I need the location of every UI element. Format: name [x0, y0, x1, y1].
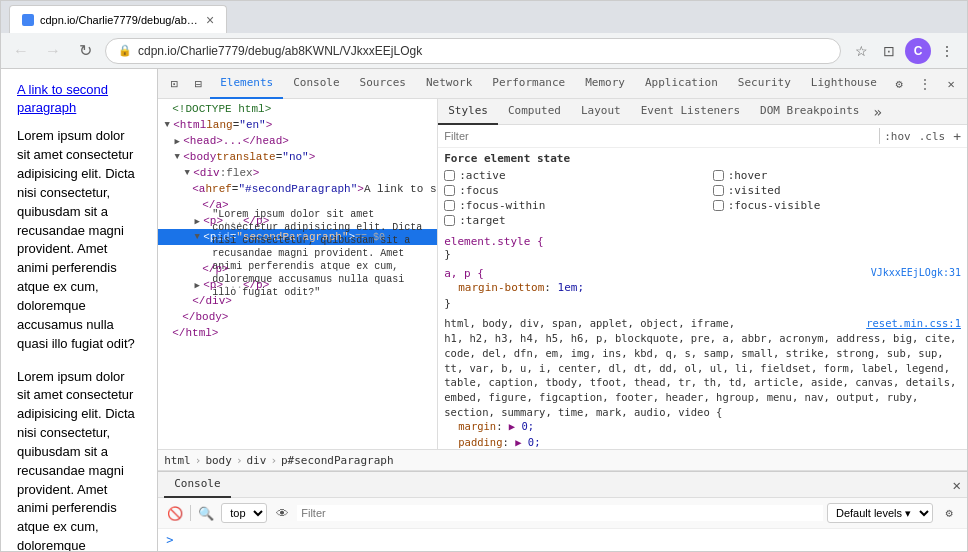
devtools-actions: ⚙ ⋮ ✕: [887, 72, 963, 96]
console-context-select[interactable]: top: [221, 503, 267, 523]
devtools-close-button[interactable]: ✕: [939, 72, 963, 96]
console-clear-button[interactable]: 🚫: [164, 502, 186, 524]
console-input[interactable]: [177, 534, 959, 547]
tab-title: cdpn.io/Charlie7779/debug/ab8KWNL/VJkxxE…: [40, 14, 200, 26]
url-box[interactable]: 🔒 cdpn.io/Charlie7779/debug/ab8KWNL/VJkx…: [105, 38, 841, 64]
pseudo-focus: :focus: [444, 184, 692, 197]
styles-more-tabs[interactable]: »: [869, 104, 885, 120]
breadcrumb-div[interactable]: div: [247, 454, 267, 467]
console-eye-button[interactable]: 👁: [271, 502, 293, 524]
dom-body-close[interactable]: </body>: [158, 309, 437, 325]
pseudo-checkboxes: :active :hover :focus: [444, 169, 961, 227]
console-drawer: Console ✕ 🚫 🔍 top 👁 Default levels: [158, 471, 967, 551]
dom-body[interactable]: ▼ <body translate="no">: [158, 149, 437, 165]
browser-actions: ☆ ⊡ C ⋮: [849, 38, 959, 64]
console-filter-input[interactable]: [297, 505, 823, 521]
pseudo-active-label: :active: [459, 169, 505, 182]
styles-tab-layout[interactable]: Layout: [571, 99, 631, 125]
console-level-select[interactable]: Default levels ▾: [827, 503, 933, 523]
pseudo-hover: :hover: [713, 169, 961, 182]
reset-link[interactable]: reset.min.css:1: [866, 316, 961, 332]
dom-doctype: <!DOCTYPE html>: [158, 101, 437, 117]
page-content: A link to second paragraph Lorem ipsum d…: [1, 69, 157, 551]
tab-sources[interactable]: Sources: [350, 69, 416, 99]
console-drawer-tabs: Console ✕: [158, 472, 967, 498]
inherited-css-block: html, body, div, span, applet, object, i…: [444, 316, 961, 450]
pseudo-target-checkbox[interactable]: [444, 215, 455, 226]
expand-p3[interactable]: ▶: [192, 280, 202, 290]
expand-div[interactable]: ▼: [182, 168, 192, 178]
expand-html[interactable]: ▼: [162, 120, 172, 130]
tab-network[interactable]: Network: [416, 69, 482, 99]
pseudo-active-checkbox[interactable]: [444, 170, 455, 181]
devtools-body: <!DOCTYPE html> ▼ <html lang="en"> ▶ <he…: [158, 99, 967, 551]
styles-tab-styles[interactable]: Styles: [438, 99, 498, 125]
pseudo-focus-checkbox[interactable]: [444, 185, 455, 196]
inspect-element-button[interactable]: ⊡: [162, 72, 186, 96]
console-close-button[interactable]: ✕: [953, 478, 961, 492]
devtools-more-button[interactable]: ⋮: [913, 72, 937, 96]
browser-tab[interactable]: cdpn.io/Charlie7779/debug/ab8KWNL/VJkxxE…: [9, 5, 227, 33]
profile-button[interactable]: C: [905, 38, 931, 64]
tab-favicon: [22, 14, 34, 26]
css-margin: margin: ▶ 0;: [444, 419, 961, 435]
style-source-ap[interactable]: VJkxxEEjLOgk:31: [871, 267, 961, 278]
pseudo-hover-checkbox[interactable]: [713, 170, 724, 181]
console-prompt: >: [166, 533, 173, 547]
reload-button[interactable]: ↻: [73, 39, 97, 63]
elements-panel: <!DOCTYPE html> ▼ <html lang="en"> ▶ <he…: [158, 99, 438, 449]
tab-memory[interactable]: Memory: [575, 69, 635, 99]
back-button[interactable]: ←: [9, 39, 33, 63]
dom-head[interactable]: ▶ <head>...</head>: [158, 133, 437, 149]
dom-anchor[interactable]: <a href="#secondParagraph">A link to sec…: [158, 181, 437, 197]
expand-p1[interactable]: ▶: [192, 216, 202, 226]
dom-html-close[interactable]: </html>: [158, 325, 437, 341]
dom-div[interactable]: ▼ <div :flex>: [158, 165, 437, 181]
extensions-button[interactable]: ⊡: [877, 39, 901, 63]
expand-head[interactable]: ▶: [172, 136, 182, 146]
styles-tab-computed[interactable]: Computed: [498, 99, 571, 125]
device-toolbar-button[interactable]: ⊟: [186, 72, 210, 96]
breadcrumb-p-second[interactable]: p#secondParagraph: [281, 454, 394, 467]
pseudo-visited-checkbox[interactable]: [713, 185, 724, 196]
breadcrumb-html[interactable]: html: [164, 454, 191, 467]
tab-performance[interactable]: Performance: [482, 69, 575, 99]
cls-btn[interactable]: .cls: [919, 130, 946, 143]
breadcrumb-bar: html › body › div › p#secondParagraph: [158, 449, 967, 471]
tab-console[interactable]: Console: [283, 69, 349, 99]
pseudo-focus-within-checkbox[interactable]: [444, 200, 455, 211]
tab-lighthouse[interactable]: Lighthouse: [801, 69, 887, 99]
style-rule-selector-element: element.style {: [444, 235, 961, 248]
lock-icon: 🔒: [118, 44, 132, 57]
forward-button[interactable]: →: [41, 39, 65, 63]
breadcrumb-body[interactable]: body: [205, 454, 232, 467]
add-style-button[interactable]: +: [953, 129, 961, 144]
devtools-panels: <!DOCTYPE html> ▼ <html lang="en"> ▶ <he…: [158, 99, 967, 449]
console-settings-button[interactable]: ⚙: [937, 501, 961, 525]
styles-tab-dom-breakpoints[interactable]: DOM Breakpoints: [750, 99, 869, 125]
pseudo-focus-visible: :focus-visible: [713, 199, 961, 212]
expand-p2[interactable]: ▼: [192, 232, 202, 242]
tab-close-button[interactable]: ×: [206, 13, 214, 27]
menu-button[interactable]: ⋮: [935, 39, 959, 63]
console-toolbar: 🚫 🔍 top 👁 Default levels ▾ ⚙: [158, 498, 967, 529]
styles-tab-event-listeners[interactable]: Event Listeners: [631, 99, 750, 125]
tab-elements[interactable]: Elements: [210, 69, 283, 99]
dom-html[interactable]: ▼ <html lang="en">: [158, 117, 437, 133]
pseudo-focus-within: :focus-within: [444, 199, 692, 212]
page-link[interactable]: A link to second paragraph: [17, 81, 141, 117]
console-input-row: >: [158, 529, 967, 551]
styles-filter-input[interactable]: [444, 130, 875, 142]
console-drawer-tab[interactable]: Console: [164, 472, 230, 498]
devtools-settings-button[interactable]: ⚙: [887, 72, 911, 96]
page-paragraph-2: Lorem ipsum dolor sit amet consectetur a…: [17, 368, 141, 552]
bookmark-button[interactable]: ☆: [849, 39, 873, 63]
inherited-selector-line2: h1, h2, h3, h4, h5, h6, p, blockquote, p…: [444, 331, 961, 419]
address-bar: ← → ↻ 🔒 cdpn.io/Charlie7779/debug/ab8KWN…: [1, 33, 967, 69]
tab-application[interactable]: Application: [635, 69, 728, 99]
pseudo-focus-visible-checkbox[interactable]: [713, 200, 724, 211]
pseudo-focus-label: :focus: [459, 184, 499, 197]
tab-security[interactable]: Security: [728, 69, 801, 99]
expand-body[interactable]: ▼: [172, 152, 182, 162]
style-rule-ap: a, p { VJkxxEEjLOgk:31 margin-bottom: 1e…: [444, 267, 961, 310]
